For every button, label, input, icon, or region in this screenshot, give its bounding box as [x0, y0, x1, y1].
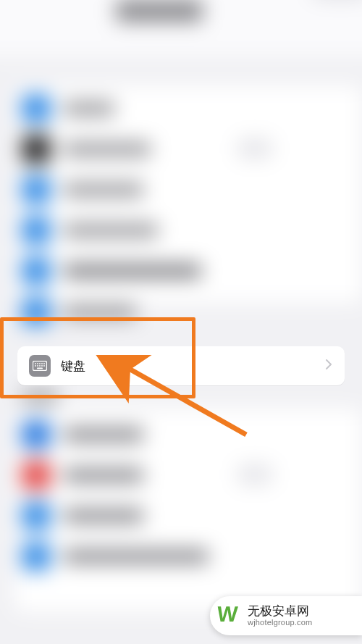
chevron-right-icon	[326, 359, 332, 372]
watermark-logo-icon: W	[217, 603, 242, 628]
svg-point-2	[37, 363, 38, 364]
settings-item-keyboard[interactable]: 键盘	[17, 346, 345, 385]
svg-point-3	[39, 363, 41, 364]
blurred-background	[0, 0, 362, 644]
svg-rect-11	[37, 368, 43, 369]
svg-point-9	[41, 365, 43, 367]
svg-point-4	[41, 363, 43, 364]
svg-point-5	[43, 363, 45, 364]
watermark-title: 无极安卓网	[248, 605, 312, 619]
watermark: W 无极安卓网 wjhotelgroup.com	[210, 596, 362, 635]
keyboard-label: 键盘	[61, 358, 85, 375]
svg-point-7	[37, 365, 38, 367]
watermark-url: wjhotelgroup.com	[248, 618, 312, 627]
keyboard-icon	[29, 355, 51, 377]
svg-point-8	[39, 365, 41, 367]
svg-point-10	[43, 365, 45, 367]
svg-point-6	[35, 365, 36, 367]
svg-point-1	[35, 363, 36, 364]
